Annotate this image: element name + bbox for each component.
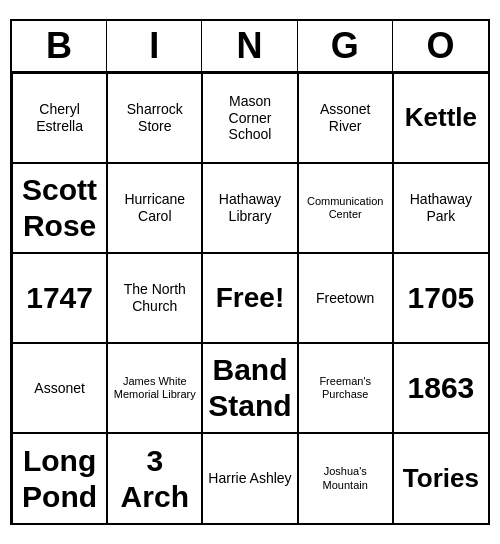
bingo-cell-19[interactable]: 1863 xyxy=(393,343,488,433)
header-o: O xyxy=(393,21,488,71)
bingo-cell-14[interactable]: 1705 xyxy=(393,253,488,343)
bingo-cell-5[interactable]: Scott Rose xyxy=(12,163,107,253)
cell-text-14: 1705 xyxy=(408,280,475,316)
cell-text-6: Hurricane Carol xyxy=(112,191,197,225)
cell-text-0: Cheryl Estrella xyxy=(17,101,102,135)
cell-text-12: Free! xyxy=(216,281,284,315)
cell-text-22: Harrie Ashley xyxy=(208,470,291,487)
bingo-cell-18[interactable]: Freeman's Purchase xyxy=(298,343,393,433)
cell-text-21: 3 Arch xyxy=(112,443,197,515)
bingo-cell-15[interactable]: Assonet xyxy=(12,343,107,433)
cell-text-10: 1747 xyxy=(26,280,93,316)
bingo-cell-2[interactable]: Mason Corner School xyxy=(202,73,297,163)
bingo-cell-17[interactable]: Band Stand xyxy=(202,343,297,433)
bingo-header: B I N G O xyxy=(12,21,488,73)
cell-text-19: 1863 xyxy=(408,370,475,406)
cell-text-17: Band Stand xyxy=(207,352,292,424)
bingo-cell-10[interactable]: 1747 xyxy=(12,253,107,343)
cell-text-15: Assonet xyxy=(34,380,85,397)
bingo-cell-11[interactable]: The North Church xyxy=(107,253,202,343)
header-i: I xyxy=(107,21,202,71)
cell-text-2: Mason Corner School xyxy=(207,93,292,143)
bingo-cell-4[interactable]: Kettle xyxy=(393,73,488,163)
header-b: B xyxy=(12,21,107,71)
cell-text-24: Tories xyxy=(403,463,479,494)
cell-text-9: Hathaway Park xyxy=(398,191,484,225)
bingo-card: B I N G O Cheryl EstrellaSharrock StoreM… xyxy=(10,19,490,525)
header-g: G xyxy=(298,21,393,71)
bingo-cell-12[interactable]: Free! xyxy=(202,253,297,343)
bingo-grid: Cheryl EstrellaSharrock StoreMason Corne… xyxy=(12,73,488,523)
cell-text-4: Kettle xyxy=(405,102,477,133)
cell-text-1: Sharrock Store xyxy=(112,101,197,135)
bingo-cell-1[interactable]: Sharrock Store xyxy=(107,73,202,163)
cell-text-18: Freeman's Purchase xyxy=(303,375,388,401)
cell-text-8: Communication Center xyxy=(303,195,388,221)
cell-text-16: James White Memorial Library xyxy=(112,375,197,401)
header-n: N xyxy=(202,21,297,71)
cell-text-20: Long Pond xyxy=(17,443,102,515)
bingo-cell-0[interactable]: Cheryl Estrella xyxy=(12,73,107,163)
bingo-cell-22[interactable]: Harrie Ashley xyxy=(202,433,297,523)
bingo-cell-23[interactable]: Joshua's Mountain xyxy=(298,433,393,523)
cell-text-7: Hathaway Library xyxy=(207,191,292,225)
bingo-cell-13[interactable]: Freetown xyxy=(298,253,393,343)
bingo-cell-9[interactable]: Hathaway Park xyxy=(393,163,488,253)
bingo-cell-7[interactable]: Hathaway Library xyxy=(202,163,297,253)
bingo-cell-8[interactable]: Communication Center xyxy=(298,163,393,253)
bingo-cell-3[interactable]: Assonet River xyxy=(298,73,393,163)
bingo-cell-21[interactable]: 3 Arch xyxy=(107,433,202,523)
bingo-cell-16[interactable]: James White Memorial Library xyxy=(107,343,202,433)
cell-text-5: Scott Rose xyxy=(17,172,102,244)
cell-text-23: Joshua's Mountain xyxy=(303,465,388,491)
cell-text-3: Assonet River xyxy=(303,101,388,135)
bingo-cell-20[interactable]: Long Pond xyxy=(12,433,107,523)
cell-text-13: Freetown xyxy=(316,290,374,307)
bingo-cell-6[interactable]: Hurricane Carol xyxy=(107,163,202,253)
cell-text-11: The North Church xyxy=(112,281,197,315)
bingo-cell-24[interactable]: Tories xyxy=(393,433,488,523)
